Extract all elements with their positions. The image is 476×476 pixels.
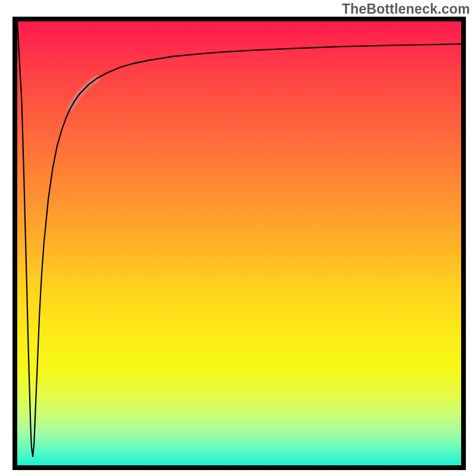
curve-svg bbox=[17, 21, 461, 465]
watermark-text: TheBottleneck.com bbox=[342, 1, 470, 17]
curve-highlight-segment bbox=[71, 79, 98, 108]
chart-container: TheBottleneck.com bbox=[0, 0, 476, 476]
plot-area bbox=[12, 17, 466, 470]
